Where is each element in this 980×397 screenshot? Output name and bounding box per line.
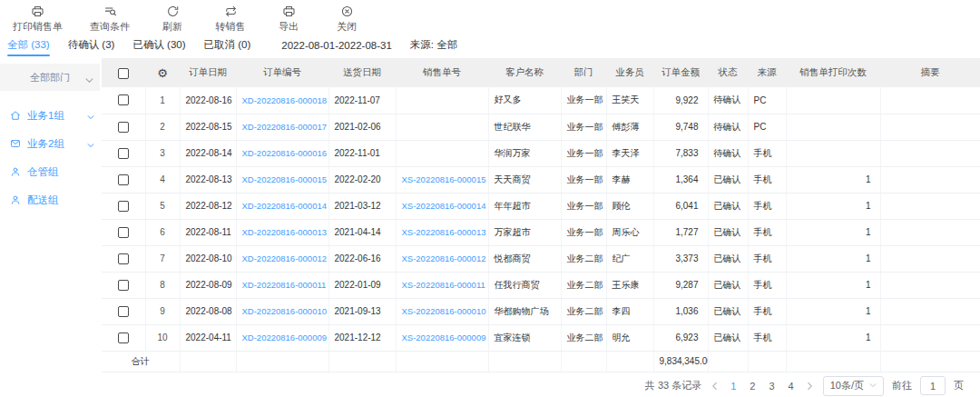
cell-source: 手机 (748, 140, 786, 166)
page-size-select[interactable]: 10条/页 (823, 376, 884, 396)
row-checkbox[interactable] (118, 94, 129, 105)
sidebar-item-business-group-2[interactable]: 业务2组 (0, 130, 102, 158)
row-checkbox[interactable] (118, 280, 129, 291)
row-checkbox[interactable] (118, 122, 129, 133)
col-sales-no: 销售单号 (396, 58, 488, 87)
cell-order-no[interactable]: XD-20220816-000014 (236, 193, 328, 219)
department-select[interactable]: 全部部门 (0, 64, 100, 91)
sidebar-item-warehouse-group[interactable]: 仓管组 (0, 158, 102, 186)
home-icon (10, 110, 21, 123)
tab-confirmed[interactable]: 已确认 (30) (132, 38, 185, 55)
cell-order-no[interactable]: XD-20220816-000017 (236, 114, 328, 140)
cell-amount: 1,036 (653, 298, 708, 324)
refresh-button[interactable]: 刷新 (157, 5, 188, 34)
export-label: 导出 (279, 20, 299, 34)
sidebar-item-business-group-1[interactable]: 业务1组 (0, 102, 102, 130)
cell-seq: 2 (145, 114, 180, 140)
row-checkbox[interactable] (118, 148, 129, 159)
cell-order-no[interactable]: XD-20220816-000009 (236, 324, 328, 351)
cell-order-date: 2022-08-12 (180, 193, 236, 219)
cell-summary (880, 166, 980, 193)
cell-salesperson: 王笑天 (606, 87, 653, 114)
cell-sales-no[interactable]: XS-20220816-000015 (396, 166, 488, 193)
cell-salesperson: 纪广 (606, 245, 653, 272)
cell-summary (880, 87, 980, 114)
row-checkbox[interactable] (118, 253, 129, 264)
cell-print-count: 1 (786, 298, 880, 324)
table-row: 92022-08-08XD-20220816-0000102021-09-13X… (102, 298, 980, 324)
total-label: 合计 (102, 351, 180, 372)
export-button[interactable]: 导出 (273, 5, 304, 34)
transfer-icon (224, 5, 238, 18)
sidebar-item-label: 仓管组 (27, 165, 59, 179)
cell-sales-no[interactable]: XS-20220816-000009 (396, 324, 488, 351)
cell-customer: 悦都商贸 (488, 245, 561, 272)
col-amount: 订单金额 (653, 58, 708, 87)
print-sales-order-button[interactable]: 打印销售单 (13, 5, 63, 34)
page-button-3[interactable]: 3 (766, 381, 777, 392)
cell-order-no[interactable]: XD-20220816-000016 (236, 140, 328, 166)
table-row: 62022-08-11XD-20220816-0000132021-04-14X… (102, 219, 980, 245)
cell-seq: 1 (145, 87, 180, 114)
cell-print-count (786, 140, 880, 166)
cell-order-no[interactable]: XD-20220816-000012 (236, 245, 328, 272)
row-checkbox[interactable] (118, 332, 129, 343)
cell-sales-no[interactable]: XS-20220816-000013 (396, 219, 488, 245)
transfer-to-sales-button[interactable]: 转销售 (215, 5, 246, 34)
date-range-label: 2022-08-01-2022-08-31 (281, 40, 391, 54)
cell-status: 已确认 (708, 298, 748, 324)
cell-dept: 业务二部 (561, 298, 606, 324)
cell-summary (880, 324, 980, 351)
cell-order-no[interactable]: XD-20220816-000018 (236, 87, 328, 114)
table-row: 42022-08-13XD-20220816-0000152022-02-20X… (102, 166, 980, 193)
cell-status: 已确认 (708, 193, 748, 219)
cell-print-count: 1 (786, 166, 880, 193)
cell-order-no[interactable]: XD-20220816-000013 (236, 219, 328, 245)
cell-sales-no[interactable]: XS-20220816-000012 (396, 245, 488, 272)
cell-amount: 7,833 (653, 140, 708, 166)
chevron-down-icon (87, 111, 94, 122)
page-button-2[interactable]: 2 (747, 381, 758, 392)
row-checkbox[interactable] (118, 306, 129, 317)
total-amount: 9,834,345.00 (653, 351, 708, 372)
page-button-4[interactable]: 4 (786, 381, 797, 392)
cell-sales-no[interactable]: XS-20220816-000011 (396, 272, 488, 298)
cell-order-no[interactable]: XD-20220816-000010 (236, 298, 328, 324)
sidebar-item-delivery-group[interactable]: 配送组 (0, 186, 102, 214)
cell-sales-no[interactable]: XS-20220816-000014 (396, 193, 488, 219)
row-checkbox[interactable] (118, 174, 129, 185)
column-settings-gear-icon[interactable]: ⚙ (157, 66, 168, 80)
cell-amount: 9,748 (653, 114, 708, 140)
cell-seq: 9 (145, 298, 180, 324)
cell-seq: 5 (145, 193, 180, 219)
cell-order-date: 2022-08-16 (180, 87, 236, 114)
page-button-1[interactable]: 1 (728, 381, 739, 392)
transfer-to-sales-label: 转销售 (216, 20, 246, 34)
cell-delivery-date: 2021-09-13 (328, 298, 396, 324)
tab-all[interactable]: 全部 (33) (7, 38, 50, 55)
department-sidebar: 全部部门 业务1组 业务2组 (0, 58, 102, 397)
row-checkbox[interactable] (118, 227, 129, 238)
cell-order-no[interactable]: XD-20220816-000015 (236, 166, 328, 193)
cell-salesperson: 李天泽 (606, 140, 653, 166)
select-all-checkbox[interactable] (118, 68, 129, 79)
total-row: 合计 9,834,345.00 (102, 351, 980, 372)
cell-sales-no[interactable]: XS-20220816-000010 (396, 298, 488, 324)
row-checkbox[interactable] (118, 201, 129, 212)
chevron-right-icon (807, 382, 813, 391)
cell-amount: 6,923 (653, 324, 708, 351)
cell-sales-no (396, 140, 488, 166)
cell-delivery-date: 2022-01-09 (328, 272, 396, 298)
table-row: 82022-08-09XD-20220816-0000112022-01-09X… (102, 272, 980, 298)
cell-customer: 万家超市 (488, 219, 561, 245)
cell-order-no[interactable]: XD-20220816-000011 (236, 272, 328, 298)
goto-page-input[interactable] (920, 376, 946, 395)
close-button[interactable]: 关闭 (331, 5, 362, 34)
cell-summary (880, 219, 980, 245)
cell-summary (880, 298, 980, 324)
tab-cancelled[interactable]: 已取消 (0) (204, 38, 251, 55)
query-conditions-button[interactable]: 查询条件 (90, 5, 130, 34)
tab-pending-confirm[interactable]: 待确认 (3) (68, 38, 115, 55)
next-page-button[interactable] (805, 382, 815, 391)
prev-page-button[interactable] (710, 382, 720, 391)
